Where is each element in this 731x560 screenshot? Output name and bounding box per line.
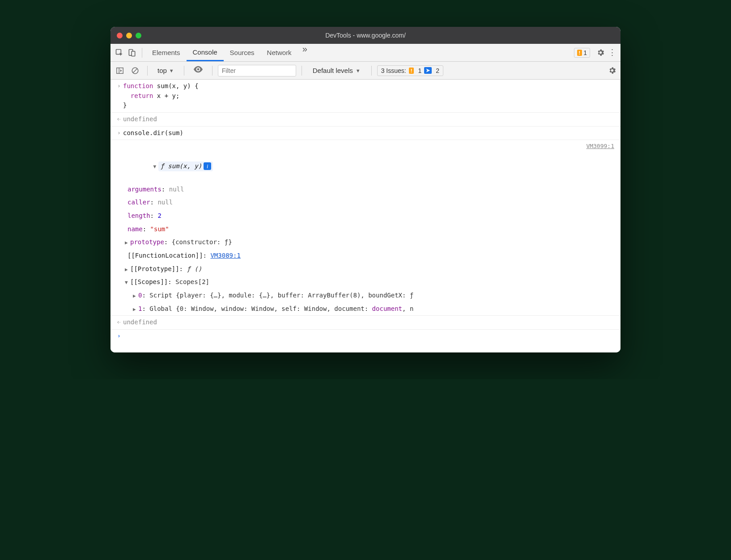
main-toolbar: Elements Console Sources Network » ! 1 ⋮ — [110, 44, 620, 62]
divider — [371, 66, 372, 76]
tab-sources[interactable]: Sources — [224, 44, 261, 61]
expand-toggle-icon[interactable]: ▼ — [125, 279, 130, 286]
code-entry: function sum(x, y) { return x + y; } — [123, 81, 616, 110]
object-header[interactable]: ƒ sum(x, y)i — [158, 161, 213, 171]
expand-toggle-icon[interactable]: ▶ — [133, 305, 138, 313]
console-output: › function sum(x, y) { return x + y; } ‹… — [110, 80, 620, 352]
window-title: DevTools - www.google.com/ — [110, 32, 620, 39]
object-property[interactable]: caller: null — [110, 196, 620, 209]
warning-icon: ! — [409, 68, 414, 74]
context-label: top — [157, 67, 167, 74]
input-marker-icon: › — [115, 128, 123, 136]
titlebar: DevTools - www.google.com/ — [110, 27, 620, 44]
context-selector[interactable]: top ▼ — [153, 67, 178, 74]
expand-toggle-icon[interactable]: ▶ — [133, 292, 138, 300]
issues-counter[interactable]: 3 Issues: !1 ➤2 — [377, 65, 443, 76]
issues-label: 3 Issues: — [381, 67, 406, 74]
warning-counter[interactable]: ! 1 — [574, 48, 590, 58]
clear-console-icon[interactable] — [128, 64, 142, 77]
divider — [212, 66, 212, 76]
panel-tabs: Elements Console Sources Network » — [146, 44, 312, 61]
divider — [302, 66, 302, 76]
object-property[interactable]: arguments: null — [110, 183, 620, 196]
devtools-window: DevTools - www.google.com/ Elements Cons… — [110, 27, 620, 352]
object-property[interactable]: ▼[[Scopes]]: Scopes[2] — [110, 276, 620, 289]
tab-network[interactable]: Network — [261, 44, 298, 61]
source-link-row: VM3099:1 — [110, 140, 620, 150]
object-property[interactable]: ▶prototype: {constructor: ƒ} — [110, 236, 620, 249]
info-icon[interactable]: i — [204, 162, 211, 170]
return-value: undefined — [123, 115, 616, 124]
expand-toggle-icon[interactable]: ▶ — [125, 266, 130, 273]
tab-console[interactable]: Console — [187, 44, 224, 61]
levels-label: Default levels — [313, 67, 353, 74]
console-result-row: ‹· undefined — [110, 113, 620, 127]
return-value: undefined — [123, 318, 616, 327]
expand-toggle-icon[interactable]: ▶ — [125, 239, 130, 246]
device-toggle-icon[interactable] — [126, 47, 138, 59]
warning-icon: ! — [577, 50, 582, 56]
console-input-row[interactable]: › function sum(x, y) { return x + y; } — [110, 80, 620, 113]
live-expression-icon[interactable] — [190, 66, 207, 75]
object-property[interactable]: length: 2 — [110, 209, 620, 223]
object-header-row[interactable]: ▼ƒ sum(x, y)i — [110, 150, 620, 182]
divider — [142, 48, 142, 58]
divider — [147, 66, 148, 76]
tab-elements[interactable]: Elements — [146, 44, 187, 61]
output-marker-icon: ‹· — [115, 318, 123, 325]
output-marker-icon: ‹· — [115, 115, 123, 122]
source-link[interactable]: VM3099:1 — [586, 143, 614, 149]
log-levels-selector[interactable]: Default levels ▼ — [307, 67, 366, 74]
console-result-row: ‹· undefined — [110, 316, 620, 330]
warning-count: 1 — [583, 49, 587, 56]
info-icon: ➤ — [424, 67, 432, 74]
svg-rect-2 — [132, 51, 135, 56]
issues-warn-count: 1 — [418, 67, 421, 74]
issues-info-count: 2 — [436, 67, 439, 74]
filter-input[interactable] — [218, 65, 296, 76]
settings-icon[interactable] — [595, 48, 606, 57]
expand-toggle-icon[interactable]: ▼ — [153, 163, 158, 170]
console-input-row[interactable]: › console.dir(sum) — [110, 127, 620, 140]
prompt-marker-icon: › — [115, 331, 123, 339]
svg-line-6 — [133, 68, 137, 72]
input-marker-icon: › — [115, 81, 123, 89]
console-toolbar: top ▼ Default levels ▼ 3 Issues: !1 ➤2 — [110, 62, 620, 80]
svg-rect-3 — [117, 68, 123, 73]
kebab-menu-icon[interactable]: ⋮ — [606, 47, 618, 58]
sidebar-toggle-icon[interactable] — [113, 64, 127, 77]
chevron-down-icon: ▼ — [169, 68, 174, 73]
console-settings-icon[interactable] — [606, 66, 618, 75]
console-prompt-row[interactable]: › — [110, 330, 620, 352]
inspect-icon[interactable] — [113, 47, 126, 59]
object-property[interactable]: ▶[[Prototype]]: ƒ () — [110, 263, 620, 276]
more-tabs-icon[interactable]: » — [298, 44, 312, 61]
function-location-link[interactable]: VM3089:1 — [210, 252, 240, 259]
svg-point-7 — [197, 68, 199, 71]
code-entry: console.dir(sum) — [123, 128, 616, 138]
scope-entry[interactable]: ▶1: Global {0: Window, window: Window, s… — [110, 302, 620, 316]
object-property[interactable]: [[FunctionLocation]]: VM3089:1 — [110, 249, 620, 263]
scope-entry[interactable]: ▶0: Script {player: {…}, module: {…}, bu… — [110, 289, 620, 302]
chevron-down-icon: ▼ — [356, 68, 361, 73]
divider — [184, 66, 184, 76]
object-property[interactable]: name: "sum" — [110, 223, 620, 236]
